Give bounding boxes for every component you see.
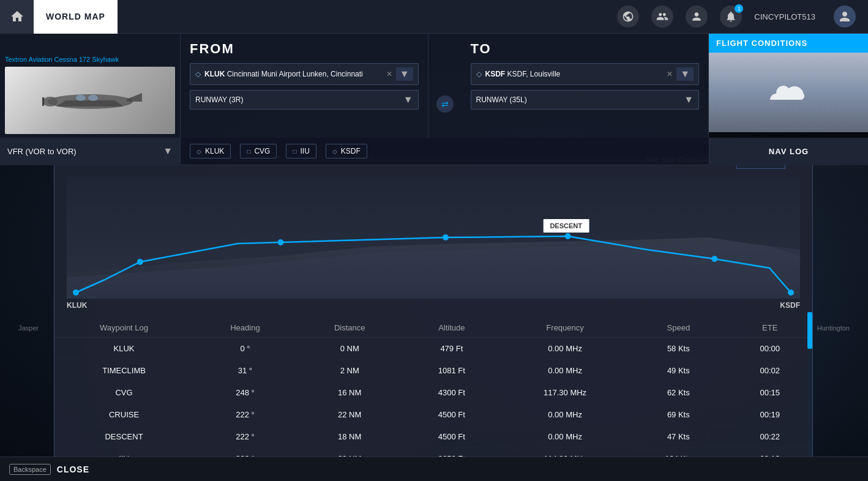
flight-type-arrow: ▼ xyxy=(163,146,173,157)
to-dropdown-button[interactable]: ▼ xyxy=(676,67,694,81)
table-row: KLUK0 °0 NM479 Ft0.00 MHz58 Kts00:00 xyxy=(54,338,812,360)
aircraft-model: Cessna 172 Skyhawk xyxy=(54,56,119,63)
to-airport-icon: ◇ xyxy=(476,70,482,78)
people-nav-icon[interactable] xyxy=(651,6,673,28)
close-button[interactable]: CLOSE xyxy=(57,464,89,474)
table-scrollbar[interactable] xyxy=(807,312,812,465)
table-cell-2-5: 62 Kts xyxy=(629,382,727,404)
table-wrapper: Waypoint Log Heading Distance Altitude F… xyxy=(54,312,812,465)
table-cell-3-2: 22 NM xyxy=(297,404,403,426)
waypoint-table: Waypoint Log Heading Distance Altitude F… xyxy=(54,318,812,465)
table-cell-4-3: 4500 Ft xyxy=(403,426,501,448)
table-cell-1-6: 00:02 xyxy=(728,360,812,382)
waypoint-label-cvg: CVG xyxy=(254,147,270,155)
map-city-huntington: Huntington xyxy=(817,324,850,332)
bottom-row: VFR (VOR to VOR) ▼ ◇ KLUK □ CVG □ IIU ◇ … xyxy=(0,138,868,165)
waypoint-icon-ksdf: ◇ xyxy=(332,148,337,155)
table-cell-4-6: 00:22 xyxy=(728,426,812,448)
table-body: KLUK0 °0 NM479 Ft0.00 MHz58 Kts00:00TIME… xyxy=(54,338,812,466)
col-waypoint: Waypoint Log xyxy=(54,318,193,338)
to-label: TO xyxy=(471,41,700,57)
svg-text:DESCENT: DESCENT xyxy=(550,222,582,229)
col-speed: Speed xyxy=(629,318,727,338)
waypoints-bar: ◇ KLUK □ CVG □ IIU ◇ KSDF xyxy=(181,144,709,158)
table-cell-4-4: 0.00 MHz xyxy=(501,426,629,448)
people-icon xyxy=(656,10,668,23)
profile-chart: DESCENT xyxy=(67,176,800,299)
bell-nav-icon[interactable]: 1 xyxy=(720,6,742,28)
waypoint-chip-kluk[interactable]: ◇ KLUK xyxy=(190,144,231,158)
table-cell-3-0: CRUISE xyxy=(54,404,193,426)
user-nav-icon[interactable] xyxy=(686,6,708,28)
table-cell-3-3: 4500 Ft xyxy=(403,404,501,426)
col-distance: Distance xyxy=(297,318,403,338)
avatar-icon xyxy=(837,9,852,24)
backspace-key: Backspace xyxy=(9,464,51,475)
scrollbar-thumb[interactable] xyxy=(807,312,812,349)
from-clear-button[interactable]: ✕ xyxy=(386,70,392,78)
waypoint-chip-ksdf[interactable]: ◇ KSDF xyxy=(326,144,367,158)
table-cell-0-4: 0.00 MHz xyxy=(501,338,629,360)
nav-log-button[interactable]: NAV LOG xyxy=(709,138,868,165)
table-cell-0-0: KLUK xyxy=(54,338,193,360)
table-cell-3-1: 222 ° xyxy=(193,404,297,426)
waypoint-label-kluk: KLUK xyxy=(205,147,224,155)
map-city-jasper: Jasper xyxy=(18,324,39,332)
table-header: Waypoint Log Heading Distance Altitude F… xyxy=(54,318,812,338)
wp-dot-descent xyxy=(565,233,571,239)
table-row: CVG248 °16 NM4300 Ft117.30 MHz62 Kts00:1… xyxy=(54,382,812,404)
waypoint-label-iiu: IIU xyxy=(300,147,309,155)
table-cell-0-5: 58 Kts xyxy=(629,338,727,360)
swap-button[interactable]: ⇄ xyxy=(436,95,454,113)
from-airport-text: KLUK Cincinnati Muni Airport Lunken, Cin… xyxy=(204,70,383,78)
home-icon xyxy=(10,9,24,24)
app-title: WORLD MAP xyxy=(34,0,118,34)
table-cell-1-0: TIMECLIMB xyxy=(54,360,193,382)
table-cell-2-0: CVG xyxy=(54,382,193,404)
table-cell-1-2: 2 NM xyxy=(297,360,403,382)
aircraft-brand: Textron Aviation xyxy=(5,56,52,63)
footer: Backspace CLOSE xyxy=(0,457,868,481)
to-clear-button[interactable]: ✕ xyxy=(667,70,673,78)
table-cell-0-1: 0 ° xyxy=(193,338,297,360)
wp-dot-kluk xyxy=(73,289,79,296)
wp-dot-timeclimb xyxy=(137,259,143,265)
table-row: CRUISE222 °22 NM4500 Ft0.00 MHz69 Kts00:… xyxy=(54,404,812,426)
table-cell-4-2: 18 NM xyxy=(297,426,403,448)
to-runway-select[interactable]: RUNWAY (35L) ▼ xyxy=(471,90,700,110)
table-cell-1-1: 31 ° xyxy=(193,360,297,382)
home-button[interactable] xyxy=(0,0,34,34)
table-cell-4-1: 222 ° xyxy=(193,426,297,448)
table-cell-0-3: 479 Ft xyxy=(403,338,501,360)
aircraft-image[interactable] xyxy=(5,67,175,134)
table-cell-4-0: DESCENT xyxy=(54,426,193,448)
top-nav-bar: WORLD MAP 1 CINCYPILOT513 xyxy=(0,0,868,34)
from-dropdown-button[interactable]: ▼ xyxy=(396,67,413,81)
chart-labels: KLUK KSDF xyxy=(54,299,812,312)
flight-type-text: VFR (VOR to VOR) xyxy=(7,147,158,156)
svg-point-6 xyxy=(88,95,98,101)
to-airport-text: KSDF KSDF, Louisville xyxy=(485,70,664,78)
user-avatar[interactable] xyxy=(834,6,856,28)
col-frequency: Frequency xyxy=(501,318,629,338)
to-airport-input[interactable]: ◇ KSDF KSDF, Louisville ✕ ▼ xyxy=(471,63,700,85)
table-row: TIMECLIMB31 °2 NM1081 Ft0.00 MHz49 Kts00… xyxy=(54,360,812,382)
waypoint-chip-iiu[interactable]: □ IIU xyxy=(286,144,316,158)
table-cell-4-5: 47 Kts xyxy=(629,426,727,448)
svg-point-5 xyxy=(76,95,86,101)
col-ete: ETE xyxy=(728,318,812,338)
table-cell-1-3: 1081 Ft xyxy=(403,360,501,382)
flight-conditions-header: FLIGHT CONDITIONS xyxy=(709,34,868,53)
from-airport-input[interactable]: ◇ KLUK Cincinnati Muni Airport Lunken, C… xyxy=(190,63,419,85)
table-cell-2-1: 248 ° xyxy=(193,382,297,404)
wp-dot-iiu xyxy=(711,256,717,262)
to-runway-arrow: ▼ xyxy=(684,94,694,105)
globe-nav-icon[interactable] xyxy=(617,6,639,28)
from-runway-select[interactable]: RUNWAY (3R) ▼ xyxy=(190,90,419,110)
flight-type-select[interactable]: VFR (VOR to VOR) ▼ xyxy=(0,138,181,165)
waypoint-chip-cvg[interactable]: □ CVG xyxy=(240,144,277,158)
waypoint-icon-cvg: □ xyxy=(247,148,250,155)
globe-icon xyxy=(622,10,634,23)
from-runway-text: RUNWAY (3R) xyxy=(195,95,400,104)
username-label: CINCYPILOT513 xyxy=(754,12,815,21)
